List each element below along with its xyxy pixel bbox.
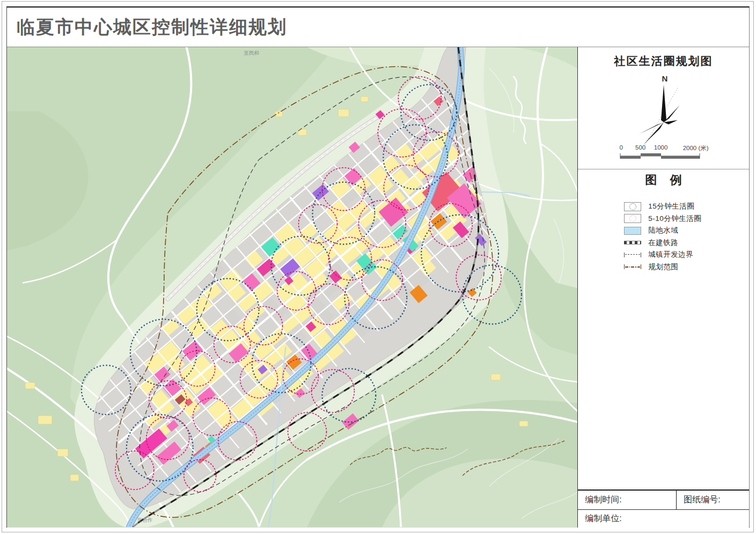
legend-item-dev-boundary: 城镇开发边界 (624, 249, 745, 261)
legend-symbol-railway-line (624, 241, 641, 244)
compile-time-field: 编制时间: (578, 491, 677, 509)
map-area: 至民和 至合作 (7, 47, 578, 528)
compass: N (632, 73, 696, 147)
sheet-header: 临夏市中心城区控制性详细规划 (7, 8, 749, 47)
legend-symbol-planning-extent (624, 264, 641, 269)
legend-item-railway: 在建铁路 (624, 237, 745, 249)
road-label: 至民和 (244, 50, 259, 56)
legend-symbol-dashed-boundary (624, 253, 641, 257)
legend-symbol-15min-circle (624, 202, 641, 211)
scale-bar-graphic (618, 152, 704, 159)
title-block-row1: 编制时间: 图纸编号: (578, 491, 749, 509)
title-block: 编制时间: 图纸编号: 编制单位: (578, 490, 749, 528)
compile-unit-field: 编制单位: (578, 509, 749, 528)
sheet-number-field: 图纸编号: (677, 491, 749, 509)
panel-divider (578, 169, 749, 169)
legend-symbol-water-swatch (624, 227, 641, 235)
north-arrow-icon: N (632, 73, 696, 145)
sheet-title: 临夏市中心城区控制性详细规划 (17, 15, 287, 40)
scale-tick-label: 1000 (654, 144, 668, 151)
legend: 15分钟生活圈 5-10分钟生活圈 陆地水域 在建铁路 (624, 201, 745, 273)
road-label: 至合作 (137, 517, 152, 523)
legend-item-5-10min: 5-10分钟生活圈 (624, 213, 745, 225)
map-canvas: 至民和 至合作 (7, 47, 578, 527)
north-label: N (662, 74, 667, 83)
plan-sheet: 临夏市中心城区控制性详细规划 (0, 0, 756, 534)
legend-item-15min: 15分钟生活圈 (624, 201, 745, 213)
scale-bar: 0 500 1000 2000 (米) (618, 144, 709, 161)
sidebar-panel: 社区生活圈规划图 N 0 500 (578, 47, 749, 528)
legend-symbol-5-10min-circle (624, 214, 641, 223)
legend-item-planning-extent: 规划范围 (624, 261, 745, 273)
scale-tick-label: 2000 (米) (683, 144, 709, 152)
map-sheet-title: 社区生活圈规划图 (578, 54, 749, 69)
page-inner-frame: 临夏市中心城区控制性详细规划 (6, 6, 750, 528)
legend-item-water: 陆地水域 (624, 225, 745, 237)
legend-heading: 图 例 (578, 172, 749, 188)
scale-labels: 0 500 1000 2000 (米) (618, 144, 709, 152)
scale-tick-label: 500 (635, 144, 645, 151)
content-row: 至民和 至合作 社区生活圈规划图 N (7, 47, 749, 528)
scale-tick-label: 0 (619, 144, 622, 151)
